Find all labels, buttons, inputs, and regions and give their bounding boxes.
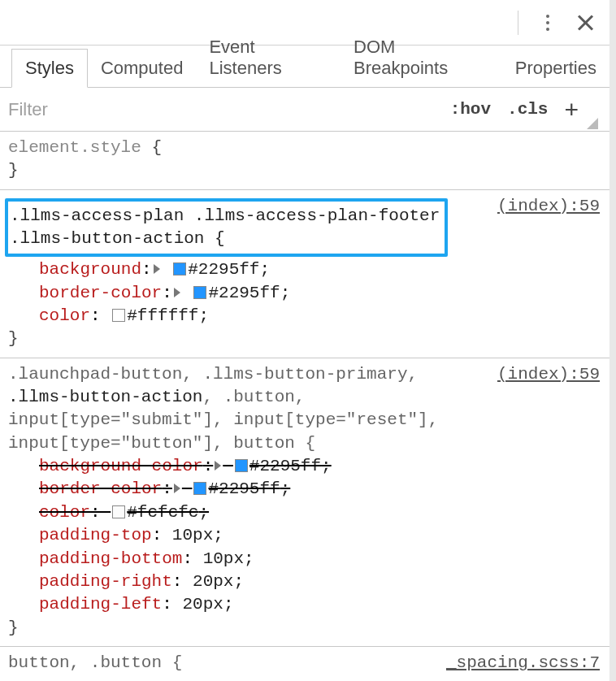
color-swatch[interactable] — [112, 505, 125, 518]
kebab-menu-icon[interactable] — [538, 10, 557, 36]
expand-tri-icon[interactable] — [174, 484, 180, 493]
source-link[interactable]: (index):59 — [497, 195, 600, 218]
tab-properties[interactable]: Properties — [502, 50, 609, 87]
decl-background-color[interactable]: background-color: #2295ff; — [8, 455, 601, 478]
decl-color[interactable]: color: #fcfcfc; — [8, 501, 601, 524]
selector-line-2: .llms-button-action { — [10, 228, 440, 250]
toolbar-divider — [518, 11, 518, 35]
decl-background[interactable]: background: #2295ff; — [8, 258, 601, 281]
close-icon[interactable] — [574, 11, 596, 34]
rule-llms-access-plan[interactable]: (index):59 .llms-access-plan .llms-acces… — [0, 190, 609, 358]
decl-padding-top[interactable]: padding-top: 10px; — [8, 524, 601, 547]
close-brace: } — [8, 159, 601, 182]
rule-element-style[interactable]: element.style { } — [0, 132, 609, 190]
color-swatch[interactable] — [193, 482, 206, 495]
tab-dom-breakpoints[interactable]: DOM Breakpoints — [341, 28, 502, 87]
source-link[interactable]: _spacing.scss:7 — [446, 652, 600, 674]
new-rule-button[interactable]: + — [556, 98, 583, 122]
cls-toggle[interactable]: .cls — [499, 100, 556, 119]
tab-computed[interactable]: Computed — [88, 50, 197, 87]
source-link[interactable]: (index):59 — [497, 363, 600, 386]
resize-corner-icon[interactable] — [587, 118, 598, 129]
decl-padding-right[interactable]: padding-right: 20px; — [8, 570, 601, 593]
styles-panel: Styles Computed Event Listeners DOM Brea… — [0, 0, 609, 681]
color-swatch[interactable] — [112, 309, 125, 322]
decl-padding-bottom[interactable]: padding-bottom: 10px; — [8, 548, 601, 570]
color-swatch[interactable] — [235, 459, 248, 472]
selector-line-1: .llms-access-plan .llms-access-plan-foot… — [10, 205, 440, 228]
rule-launchpad-button[interactable]: (index):59 .launchpad-button, .llms-butt… — [0, 358, 609, 647]
decl-padding-left[interactable]: padding-left: 20px; — [8, 593, 601, 616]
color-swatch[interactable] — [193, 286, 206, 299]
decl-border-color[interactable]: border-color: #2295ff; — [8, 478, 601, 501]
expand-tri-icon[interactable] — [215, 461, 221, 471]
tab-bar: Styles Computed Event Listeners DOM Brea… — [0, 46, 609, 88]
tab-event-listeners[interactable]: Event Listeners — [196, 28, 341, 87]
color-swatch[interactable] — [173, 262, 186, 275]
expand-tri-icon[interactable] — [174, 288, 180, 297]
expand-tri-icon[interactable] — [154, 264, 160, 274]
hov-toggle[interactable]: :hov — [442, 100, 499, 119]
decl-border-color[interactable]: border-color: #2295ff; — [8, 282, 601, 305]
close-brace: } — [8, 617, 601, 640]
tab-styles[interactable]: Styles — [11, 49, 88, 88]
rule-button[interactable]: _spacing.scss:7 button, .button { — [0, 647, 609, 681]
filter-input[interactable] — [8, 99, 442, 120]
selector-text: element.style { — [8, 137, 601, 159]
filter-bar: :hov .cls + — [0, 88, 609, 132]
rules-list: element.style { } (index):59 .llms-acces… — [0, 132, 609, 681]
decl-color[interactable]: color: #ffffff; — [8, 305, 601, 327]
selector-highlight: .llms-access-plan .llms-access-plan-foot… — [5, 198, 448, 258]
close-brace: } — [8, 327, 601, 350]
